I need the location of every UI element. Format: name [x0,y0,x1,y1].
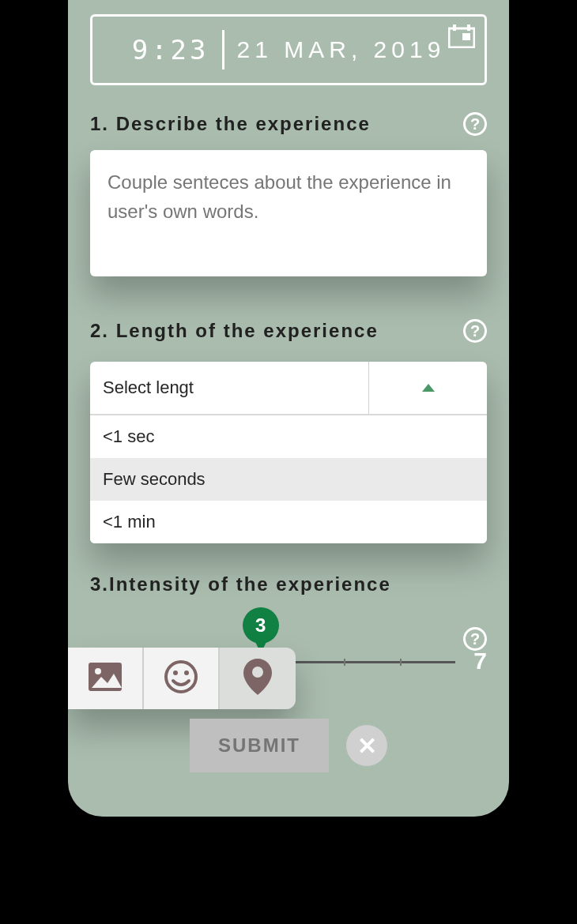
describe-heading-row: 1. Describe the experience ? [90,112,487,136]
datetime-bar[interactable]: 9:23 21 MAR, 2019 [90,14,487,85]
svg-point-9 [252,667,263,678]
help-icon[interactable]: ? [463,112,487,136]
add-location-button[interactable] [220,648,296,709]
datetime-separator [222,30,224,69]
submit-button[interactable]: SUBMIT [190,719,329,772]
slider-tick [400,659,402,666]
chevron-up-icon[interactable] [368,362,487,414]
length-title: 2. Length of the experience [90,320,379,342]
dropdown-option[interactable]: Few seconds [90,458,487,501]
svg-rect-3 [467,24,470,31]
submit-row: SUBMIT ✕ [68,719,509,772]
slider-tick [344,659,345,666]
svg-point-5 [95,668,101,674]
dropdown-selected-label: Select lengt [90,362,368,414]
smiley-icon [164,659,198,697]
length-heading-row: 2. Length of the experience ? [90,319,487,343]
svg-rect-0 [449,28,474,47]
describe-textarea[interactable]: Couple senteces about the experience in … [90,150,487,276]
slider-value-bubble: 3 [243,607,279,644]
svg-point-8 [184,670,189,675]
cancel-button[interactable]: ✕ [346,725,387,766]
dropdown-options: <1 sec Few seconds <1 min [90,414,487,543]
svg-point-6 [166,662,196,692]
close-icon: ✕ [357,732,377,760]
calendar-icon[interactable] [448,24,475,51]
help-icon[interactable]: ? [463,319,487,343]
attachment-toolbar [68,648,296,709]
intensity-heading-row: 3.Intensity of the experience [90,573,487,595]
add-emoji-button[interactable] [144,648,220,709]
svg-rect-1 [462,33,470,40]
slider-max-label: 7 [473,648,487,674]
image-icon [89,663,122,694]
add-image-button[interactable] [68,648,144,709]
time-value: 9:23 [132,34,209,66]
date-value: 21 MAR, 2019 [237,36,446,63]
dropdown-option[interactable]: <1 min [90,501,487,543]
dropdown-toggle[interactable]: Select lengt [90,362,487,414]
dropdown-option[interactable]: <1 sec [90,415,487,458]
svg-point-7 [173,670,178,675]
intensity-title: 3.Intensity of the experience [90,573,391,595]
length-dropdown[interactable]: Select lengt <1 sec Few seconds <1 min [90,362,487,543]
svg-rect-2 [453,24,456,31]
describe-title: 1. Describe the experience [90,113,371,135]
location-pin-icon [243,659,272,698]
